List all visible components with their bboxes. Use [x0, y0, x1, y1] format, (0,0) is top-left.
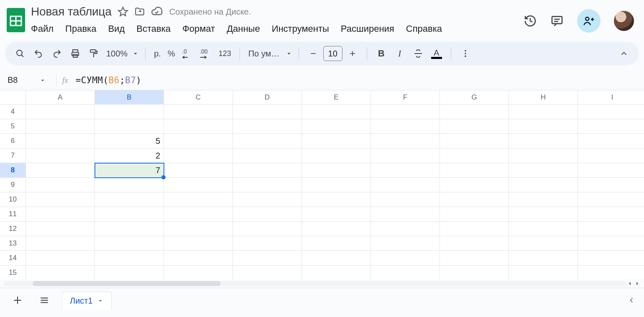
cell[interactable] — [371, 192, 440, 207]
cell[interactable] — [26, 222, 95, 236]
cell[interactable] — [509, 178, 578, 192]
cell[interactable] — [578, 134, 644, 148]
cell[interactable] — [26, 251, 95, 266]
cell[interactable] — [509, 251, 578, 266]
cell[interactable] — [95, 236, 164, 251]
cell[interactable] — [26, 207, 95, 222]
cell[interactable] — [440, 105, 509, 119]
cell[interactable] — [164, 105, 233, 119]
cell[interactable] — [26, 192, 95, 207]
cell[interactable] — [371, 178, 440, 192]
cell[interactable] — [371, 222, 440, 236]
cell[interactable] — [578, 192, 644, 207]
print-icon[interactable] — [67, 45, 84, 62]
menu-help[interactable]: Справка — [406, 23, 442, 34]
cell[interactable] — [371, 266, 440, 279]
cell[interactable] — [440, 222, 509, 236]
cell[interactable] — [371, 236, 440, 251]
cell[interactable] — [233, 207, 302, 222]
column-header[interactable]: B — [95, 90, 164, 105]
cell[interactable] — [95, 207, 164, 222]
cell[interactable] — [164, 163, 233, 178]
cell[interactable] — [164, 266, 233, 279]
add-sheet-button[interactable] — [8, 291, 27, 309]
cell[interactable] — [578, 178, 644, 192]
cell[interactable] — [302, 236, 371, 251]
cell[interactable]: 7 — [95, 163, 164, 178]
scroll-right-icon[interactable] — [634, 280, 641, 287]
menu-exts[interactable]: Расширения — [341, 23, 394, 34]
cell[interactable] — [95, 222, 164, 236]
name-box[interactable]: B8 — [4, 75, 50, 85]
cell[interactable] — [302, 207, 371, 222]
cell[interactable] — [95, 266, 164, 279]
cell[interactable] — [578, 207, 644, 222]
cell[interactable] — [302, 134, 371, 148]
row-header[interactable]: 8 — [0, 163, 26, 178]
cell[interactable] — [233, 148, 302, 163]
cell[interactable] — [509, 207, 578, 222]
menu-view[interactable]: Вид — [108, 23, 125, 34]
column-header[interactable]: H — [509, 90, 578, 105]
cell[interactable] — [440, 251, 509, 266]
cell[interactable] — [371, 163, 440, 178]
avatar[interactable] — [614, 11, 634, 31]
cell[interactable] — [578, 105, 644, 119]
cell[interactable] — [371, 134, 440, 148]
increase-decimal-icon[interactable]: .00 — [198, 45, 215, 62]
cell[interactable] — [233, 222, 302, 236]
cloud-saved-icon[interactable] — [151, 6, 163, 18]
row-header[interactable]: 12 — [0, 222, 26, 236]
zoom-dropdown[interactable]: 100% — [104, 49, 139, 59]
cell[interactable] — [578, 251, 644, 266]
cell[interactable] — [509, 105, 578, 119]
cell[interactable] — [233, 178, 302, 192]
cell[interactable] — [302, 178, 371, 192]
more-vert-icon[interactable] — [457, 45, 474, 62]
horizontal-scrollbar[interactable] — [0, 279, 644, 288]
row-header[interactable]: 4 — [0, 105, 26, 119]
cell[interactable] — [233, 163, 302, 178]
percent-format-button[interactable]: % — [165, 49, 178, 59]
menu-file[interactable]: Файл — [31, 23, 54, 34]
history-icon[interactable] — [524, 14, 537, 28]
cell[interactable] — [164, 222, 233, 236]
cell[interactable] — [26, 119, 95, 134]
cell[interactable] — [26, 134, 95, 148]
column-header[interactable]: G — [440, 90, 509, 105]
cell[interactable] — [95, 178, 164, 192]
cell[interactable] — [26, 105, 95, 119]
column-header[interactable]: I — [578, 90, 644, 105]
cell[interactable] — [371, 105, 440, 119]
font-size-input[interactable]: 10 — [323, 46, 342, 61]
share-button[interactable] — [577, 9, 601, 33]
menu-tools[interactable]: Инструменты — [272, 23, 329, 34]
cell[interactable] — [233, 192, 302, 207]
cell[interactable] — [440, 178, 509, 192]
cell[interactable] — [95, 192, 164, 207]
decrease-font-size-button[interactable] — [305, 45, 322, 62]
collapse-toolbar-icon[interactable] — [616, 45, 632, 62]
explore-chevron-icon[interactable] — [627, 296, 636, 304]
cell[interactable] — [509, 134, 578, 148]
cell[interactable] — [26, 236, 95, 251]
column-header[interactable]: F — [371, 90, 440, 105]
decrease-decimal-icon[interactable]: .0 — [179, 45, 196, 62]
select-all-corner[interactable] — [0, 90, 26, 105]
cell[interactable] — [578, 266, 644, 279]
cell[interactable] — [440, 207, 509, 222]
cell[interactable] — [164, 251, 233, 266]
bold-button[interactable]: B — [373, 45, 390, 62]
cell[interactable] — [302, 105, 371, 119]
paint-format-icon[interactable] — [85, 45, 102, 62]
sheets-logo[interactable] — [5, 5, 27, 35]
cell[interactable] — [302, 119, 371, 134]
number-format-button[interactable]: 123 — [216, 49, 234, 58]
cell[interactable] — [302, 251, 371, 266]
cell[interactable] — [440, 236, 509, 251]
cell[interactable] — [371, 207, 440, 222]
menu-insert[interactable]: Вставка — [136, 23, 171, 34]
cell[interactable] — [26, 163, 95, 178]
cell[interactable] — [578, 148, 644, 163]
cell[interactable] — [302, 222, 371, 236]
